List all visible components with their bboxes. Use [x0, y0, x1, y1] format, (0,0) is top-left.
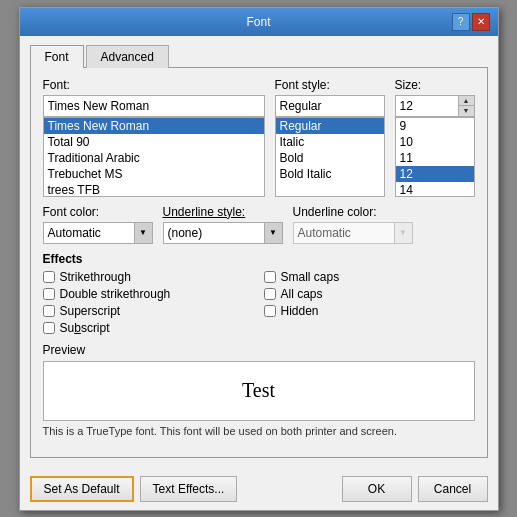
font-style-list[interactable]: Regular Italic Bold Bold Italic [275, 117, 385, 197]
font-style-input[interactable] [275, 95, 385, 117]
cancel-button[interactable]: Cancel [418, 476, 488, 502]
preview-section: Preview Test This is a TrueType font. Th… [43, 343, 475, 437]
effect-strikethrough[interactable]: Strikethrough [43, 270, 254, 284]
effects-col-right: Small caps All caps Hidden [264, 270, 475, 335]
size-spin-up[interactable]: ▲ [459, 96, 474, 107]
underline-color-arrow: ▼ [394, 223, 412, 243]
underline-color-label: Underline color: [293, 205, 413, 219]
tab-font[interactable]: Font [30, 45, 84, 68]
font-name-list[interactable]: Times New Roman Total 90 Traditional Ara… [43, 117, 265, 197]
list-item[interactable]: Times New Roman [44, 118, 264, 134]
font-name-group: Font: Times New Roman Total 90 Tradition… [43, 78, 265, 197]
font-label: Font: [43, 78, 265, 92]
list-item[interactable]: Regular [276, 118, 384, 134]
font-color-value: Automatic [44, 224, 134, 242]
small-caps-checkbox[interactable] [264, 271, 276, 283]
list-item[interactable]: Trebuchet MS [44, 166, 264, 182]
preview-box: Test [43, 361, 475, 421]
list-item[interactable]: trees TFB [44, 182, 264, 197]
size-input-row: ▲ ▼ [395, 95, 475, 117]
preview-label: Preview [43, 343, 475, 357]
effects-section: Effects Strikethrough Double strikethrou… [43, 252, 475, 335]
ok-button[interactable]: OK [342, 476, 412, 502]
underline-style-group: Underline style: (none) ▼ [163, 205, 283, 244]
underline-style-label: Underline style: [163, 205, 283, 219]
tab-content-font: Font: Times New Roman Total 90 Tradition… [30, 67, 488, 458]
list-item[interactable]: 10 [396, 134, 474, 150]
strikethrough-checkbox[interactable] [43, 271, 55, 283]
help-button[interactable]: ? [452, 13, 470, 31]
font-style-label: Font style: [275, 78, 385, 92]
size-spinner: ▲ ▼ [458, 96, 474, 116]
all-caps-checkbox[interactable] [264, 288, 276, 300]
list-item[interactable]: Bold [276, 150, 384, 166]
set-default-button[interactable]: Set As Default [30, 476, 134, 502]
underline-color-value: Automatic [294, 224, 394, 242]
tab-strip: Font Advanced [30, 44, 488, 67]
color-row: Font color: Automatic ▼ Underline style:… [43, 205, 475, 244]
font-color-label: Font color: [43, 205, 153, 219]
size-label: Size: [395, 78, 475, 92]
font-size-group: Size: ▲ ▼ 9 10 11 12 14 [395, 78, 475, 197]
close-button[interactable]: ✕ [472, 13, 490, 31]
truetype-note: This is a TrueType font. This font will … [43, 425, 475, 437]
dialog-title: Font [66, 15, 452, 29]
font-style-group: Font style: Regular Italic Bold Bold Ita… [275, 78, 385, 197]
subscript-checkbox[interactable] [43, 322, 55, 334]
underline-color-group: Underline color: Automatic ▼ [293, 205, 413, 244]
font-fields-row: Font: Times New Roman Total 90 Tradition… [43, 78, 475, 197]
effect-all-caps[interactable]: All caps [264, 287, 475, 301]
effect-hidden[interactable]: Hidden [264, 304, 475, 318]
list-item[interactable]: 9 [396, 118, 474, 134]
effect-superscript[interactable]: Superscript [43, 304, 254, 318]
list-item[interactable]: Total 90 [44, 134, 264, 150]
text-effects-button[interactable]: Text Effects... [140, 476, 238, 502]
font-color-arrow[interactable]: ▼ [134, 223, 152, 243]
font-name-input[interactable] [43, 95, 265, 117]
tab-advanced[interactable]: Advanced [86, 45, 169, 68]
preview-text: Test [242, 379, 275, 402]
effect-small-caps[interactable]: Small caps [264, 270, 475, 284]
underline-style-value: (none) [164, 224, 264, 242]
effects-grid: Strikethrough Double strikethrough Super… [43, 270, 475, 335]
font-color-dropdown[interactable]: Automatic ▼ [43, 222, 153, 244]
size-input[interactable] [396, 96, 458, 116]
dialog-footer: Set As Default Text Effects... OK Cancel [20, 468, 498, 510]
effects-label: Effects [43, 252, 475, 266]
font-size-list[interactable]: 9 10 11 12 14 [395, 117, 475, 197]
underline-color-dropdown: Automatic ▼ [293, 222, 413, 244]
superscript-checkbox[interactable] [43, 305, 55, 317]
underline-style-arrow[interactable]: ▼ [264, 223, 282, 243]
font-color-group: Font color: Automatic ▼ [43, 205, 153, 244]
list-item[interactable]: Italic [276, 134, 384, 150]
title-bar-controls: ? ✕ [452, 13, 490, 31]
size-spin-down[interactable]: ▼ [459, 106, 474, 116]
dialog-body: Font Advanced Font: Times New Roman Tota… [20, 36, 498, 468]
font-dialog: Font ? ✕ Font Advanced Font: [19, 7, 499, 511]
list-item[interactable]: 12 [396, 166, 474, 182]
underline-style-dropdown[interactable]: (none) ▼ [163, 222, 283, 244]
list-item[interactable]: Bold Italic [276, 166, 384, 182]
effect-subscript[interactable]: Subscript [43, 321, 254, 335]
list-item[interactable]: 11 [396, 150, 474, 166]
effect-double-strikethrough[interactable]: Double strikethrough [43, 287, 254, 301]
list-item[interactable]: Traditional Arabic [44, 150, 264, 166]
effects-col-left: Strikethrough Double strikethrough Super… [43, 270, 254, 335]
title-bar: Font ? ✕ [20, 8, 498, 36]
double-strikethrough-checkbox[interactable] [43, 288, 55, 300]
hidden-checkbox[interactable] [264, 305, 276, 317]
list-item[interactable]: 14 [396, 182, 474, 197]
